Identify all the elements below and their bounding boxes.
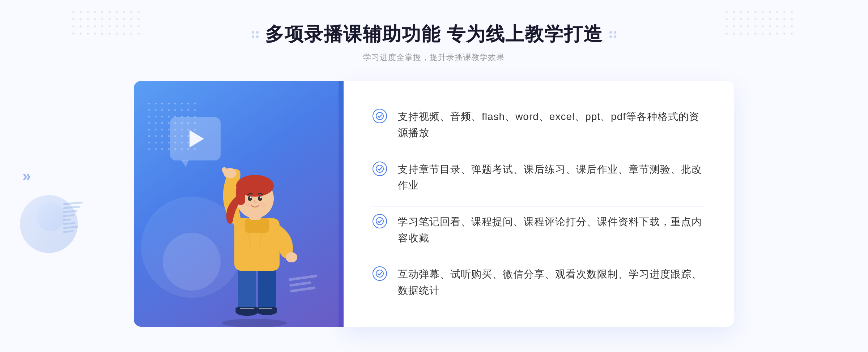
- features-card: 支持视频、音频、flash、word、excel、ppt、pdf等各种格式的资源…: [344, 81, 734, 327]
- page-container: // Will be rendered via inline approach …: [0, 0, 868, 352]
- title-dots-left: [252, 31, 259, 38]
- bg-circle-small: [36, 202, 65, 231]
- svg-point-24: [376, 112, 383, 120]
- accent-bar: [339, 81, 344, 327]
- feature-item-4: 互动弹幕、试听购买、微信分享、观看次数限制、学习进度跟踪、数据统计: [373, 259, 705, 306]
- main-title: 多项录播课辅助功能 专为线上教学打造: [265, 22, 603, 47]
- svg-point-18: [250, 197, 252, 198]
- subtitle: 学习进度全掌握，提升录播课教学效果: [363, 52, 505, 63]
- character-illustration: [198, 139, 314, 327]
- svg-point-26: [376, 218, 383, 225]
- feature-text-2: 支持章节目录、弹题考试、课后练习、课后作业、章节测验、批改作业: [398, 162, 705, 194]
- svg-rect-2: [258, 265, 276, 312]
- svg-point-20: [243, 202, 251, 207]
- chevron-left-decoration: »: [22, 167, 28, 185]
- svg-rect-1: [238, 265, 256, 312]
- header-section: 多项录播课辅助功能 专为线上教学打造 学习进度全掌握，提升录播课教学效果: [252, 22, 616, 63]
- svg-rect-4: [235, 307, 259, 312]
- feature-item-3: 学习笔记回看、课程提问、课程评论打分、课件资料下载，重点内容收藏: [373, 206, 705, 254]
- feature-text-3: 学习笔记回看、课程提问、课程评论打分、课件资料下载，重点内容收藏: [398, 214, 705, 246]
- illustration-card: [134, 81, 344, 327]
- check-icon-2: [373, 162, 387, 176]
- feature-text-4: 互动弹幕、试听购买、微信分享、观看次数限制、学习进度跟踪、数据统计: [398, 266, 705, 299]
- title-row: 多项录播课辅助功能 专为线上教学打造: [252, 22, 616, 47]
- svg-point-25: [376, 165, 383, 172]
- title-dots-right: [609, 31, 616, 38]
- check-icon-4: [373, 266, 387, 281]
- dots-decoration-top-right: [726, 11, 796, 38]
- svg-point-21: [259, 202, 266, 207]
- svg-point-16: [248, 196, 252, 201]
- check-icon-1: [373, 109, 387, 123]
- svg-point-0: [222, 319, 287, 327]
- feature-text-1: 支持视频、音频、flash、word、excel、ppt、pdf等各种格式的资源…: [398, 109, 705, 141]
- dots-decoration-top-left: // Will be rendered via inline approach …: [72, 11, 142, 38]
- svg-rect-6: [257, 307, 277, 312]
- feature-item-1: 支持视频、音频、flash、word、excel、ppt、pdf等各种格式的资源…: [373, 102, 705, 149]
- stripe-decoration: [63, 202, 83, 233]
- svg-point-19: [260, 197, 262, 198]
- svg-rect-8: [245, 218, 269, 233]
- svg-point-11: [286, 252, 297, 262]
- content-area: 支持视频、音频、flash、word、excel、ppt、pdf等各种格式的资源…: [134, 81, 734, 327]
- svg-point-27: [376, 270, 383, 277]
- feature-item-2: 支持章节目录、弹题考试、课后练习、课后作业、章节测验、批改作业: [373, 154, 705, 201]
- check-icon-3: [373, 214, 387, 228]
- svg-point-17: [258, 196, 262, 201]
